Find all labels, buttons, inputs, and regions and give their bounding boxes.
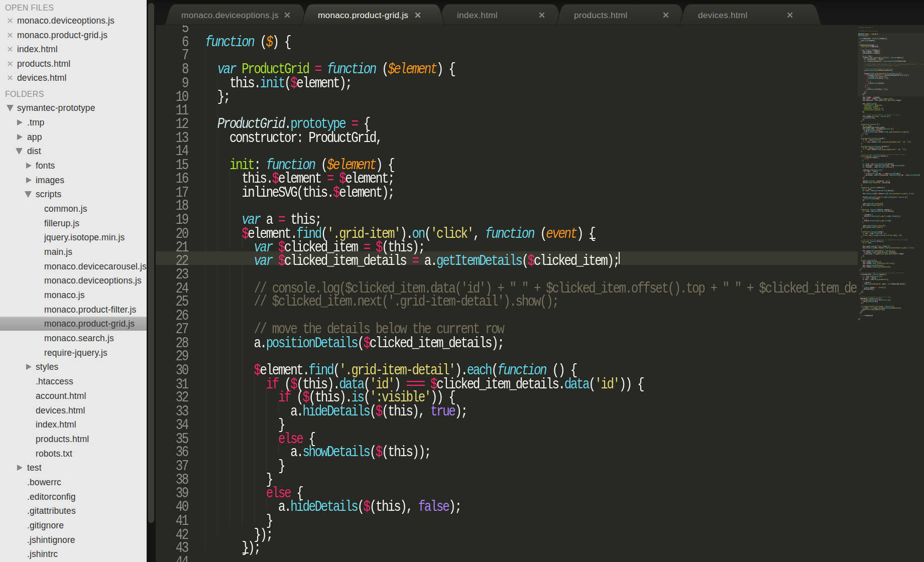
svg-text:index.html: index.html bbox=[457, 10, 498, 20]
svg-text:monaco.deviceoptions.js: monaco.deviceoptions.js bbox=[181, 10, 279, 20]
svg-text:devices.html: devices.html bbox=[698, 10, 747, 20]
svg-text:monaco.product-grid.js: monaco.product-grid.js bbox=[318, 10, 408, 20]
svg-text:products.html: products.html bbox=[574, 10, 627, 20]
